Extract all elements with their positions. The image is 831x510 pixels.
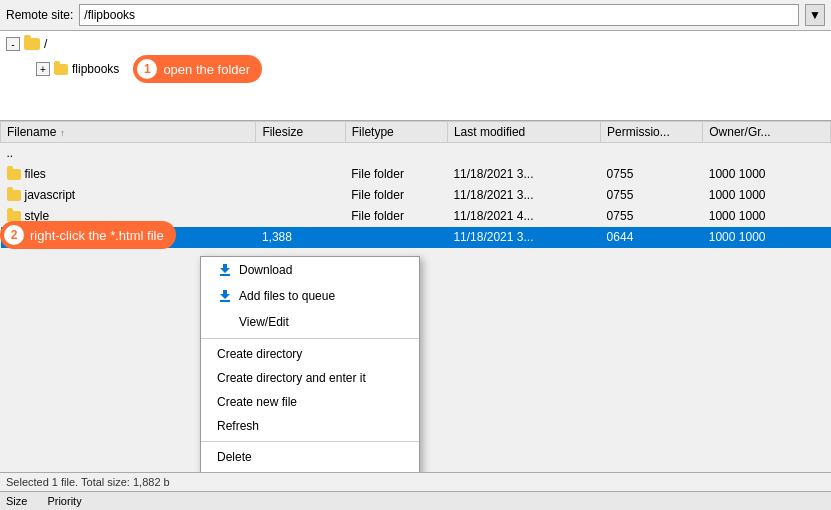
menu-item-create-dir-enter[interactable]: Create directory and enter it (201, 366, 419, 390)
tree-flipbooks-item[interactable]: + flipbooks 1 open the folder (6, 53, 825, 85)
table-row-selected[interactable]: Hflipbook.html 1,388 11/18/2021 3... 064… (1, 227, 831, 249)
cell-modified: 11/18/2021 3... (447, 185, 600, 206)
folder-icon (7, 190, 21, 201)
cell-owner: 1000 1000 (703, 185, 831, 206)
col-owner[interactable]: Owner/Gr... (703, 122, 831, 143)
file-table: Filename Filesize Filetype Last modified… (0, 121, 831, 249)
tree-panel: - / + flipbooks 1 open the folder (0, 31, 831, 121)
cell-permissions: 0644 (601, 227, 703, 249)
cell-filename: files (1, 164, 256, 185)
cell-filesize (256, 206, 345, 227)
svg-marker-0 (220, 264, 230, 273)
menu-item-add-queue[interactable]: Add files to queue (201, 283, 419, 309)
col-permissions[interactable]: Permissio... (601, 122, 703, 143)
table-row[interactable]: javascript File folder 11/18/2021 3... 0… (1, 185, 831, 206)
remote-site-label: Remote site: (6, 8, 73, 22)
menu-item-view-edit[interactable]: View/Edit (201, 309, 419, 335)
cell-modified: 11/18/2021 3... (447, 227, 600, 249)
dropdown-arrow-icon: ▼ (809, 8, 821, 22)
folder-icon (7, 169, 21, 180)
flipbooks-label: flipbooks (72, 62, 119, 76)
step1-text: open the folder (163, 62, 250, 77)
menu-item-delete[interactable]: Delete (201, 445, 419, 469)
context-menu: Download Add files to queue View/Edit Cr… (200, 256, 420, 472)
table-row[interactable]: files File folder 11/18/2021 3... 0755 1… (1, 164, 831, 185)
view-edit-icon (217, 314, 233, 330)
menu-refresh-label: Refresh (217, 419, 259, 433)
status-bar: Selected 1 file. Total size: 1,882 b (0, 472, 831, 491)
menu-createfile-label: Create new file (217, 395, 297, 409)
menu-separator (201, 441, 419, 442)
flipbooks-folder-icon (54, 64, 68, 75)
queue-icon (217, 288, 233, 304)
cell-permissions: 0755 (601, 206, 703, 227)
step1-annotation: 1 open the folder (133, 55, 262, 83)
tree-root-item[interactable]: - / (6, 35, 825, 53)
table-row[interactable]: style File folder 11/18/2021 4... 0755 1… (1, 206, 831, 227)
menu-item-download[interactable]: Download (201, 257, 419, 283)
menu-addqueue-label: Add files to queue (239, 289, 335, 303)
cell-filetype (345, 227, 447, 249)
cell-filetype: File folder (345, 164, 447, 185)
cell-permissions: 0755 (601, 164, 703, 185)
status-text: Selected 1 file. Total size: 1,882 b (6, 476, 170, 488)
file-area: Filename Filesize Filetype Last modified… (0, 121, 831, 472)
queue-bar: Size Priority (0, 491, 831, 510)
flipbooks-expand-icon[interactable]: + (36, 62, 50, 76)
remote-site-dropdown[interactable]: ▼ (805, 4, 825, 26)
col-filetype[interactable]: Filetype (345, 122, 447, 143)
menu-item-rename[interactable]: Rename (201, 469, 419, 472)
cell-modified: 11/18/2021 4... (447, 206, 600, 227)
cell-filetype (345, 143, 447, 164)
cell-owner: 1000 1000 (703, 206, 831, 227)
cell-filesize (256, 185, 345, 206)
cell-filename: .. (1, 143, 256, 164)
menu-separator (201, 338, 419, 339)
table-row[interactable]: .. (1, 143, 831, 164)
cell-owner: 1000 1000 (703, 164, 831, 185)
download-icon (217, 262, 233, 278)
menu-viewedit-label: View/Edit (239, 315, 289, 329)
menu-delete-label: Delete (217, 450, 252, 464)
table-header-row: Filename Filesize Filetype Last modified… (1, 122, 831, 143)
cell-filesize (256, 164, 345, 185)
svg-rect-3 (220, 300, 230, 302)
cell-filename: Hflipbook.html (1, 227, 256, 249)
menu-item-create-dir[interactable]: Create directory (201, 342, 419, 366)
remote-site-bar: Remote site: ▼ (0, 0, 831, 31)
cell-permissions (601, 143, 703, 164)
tree-expand-icon[interactable]: - (6, 37, 20, 51)
file-table-body: .. files File folder 11/18/2021 3... 075… (1, 143, 831, 249)
cell-filename: javascript (1, 185, 256, 206)
menu-createdirenter-label: Create directory and enter it (217, 371, 366, 385)
cell-filetype: File folder (345, 206, 447, 227)
cell-owner (703, 143, 831, 164)
folder-icon (7, 211, 21, 222)
menu-item-create-file[interactable]: Create new file (201, 390, 419, 414)
step1-number: 1 (137, 59, 157, 79)
root-folder-icon (24, 38, 40, 50)
menu-download-label: Download (239, 263, 292, 277)
cell-filesize (256, 143, 345, 164)
remote-site-input[interactable] (79, 4, 799, 26)
menu-item-refresh[interactable]: Refresh (201, 414, 419, 438)
cell-filename: style (1, 206, 256, 227)
tree-root-label: / (44, 37, 47, 51)
cell-filesize: 1,388 (256, 227, 345, 249)
col-modified[interactable]: Last modified (447, 122, 600, 143)
cell-modified (447, 143, 600, 164)
svg-rect-1 (220, 274, 230, 276)
cell-modified: 11/18/2021 3... (447, 164, 600, 185)
col-filename[interactable]: Filename (1, 122, 256, 143)
queue-size-label: Size (6, 495, 27, 507)
col-filesize[interactable]: Filesize (256, 122, 345, 143)
html-file-icon: H (7, 231, 21, 245)
cell-permissions: 0755 (601, 185, 703, 206)
queue-priority-label: Priority (47, 495, 81, 507)
menu-createdir-label: Create directory (217, 347, 302, 361)
svg-marker-2 (220, 290, 230, 299)
cell-owner: 1000 1000 (703, 227, 831, 249)
cell-filetype: File folder (345, 185, 447, 206)
